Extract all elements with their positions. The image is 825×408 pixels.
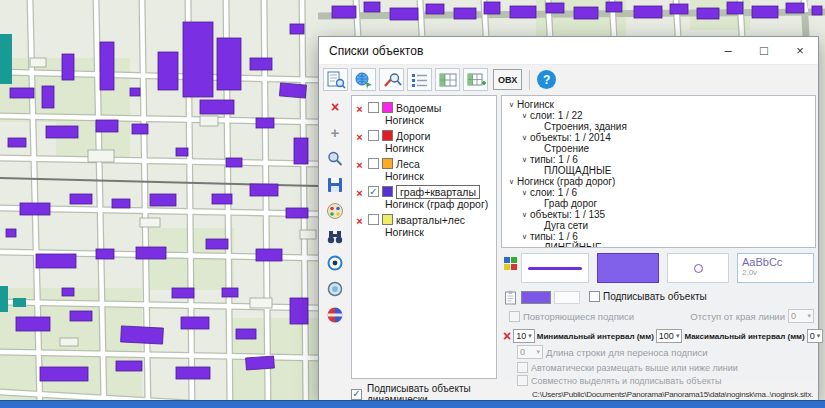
color-swatch[interactable] (382, 186, 393, 197)
maximize-button[interactable]: □ (746, 37, 782, 64)
chevron-down-icon[interactable]: ∨ (519, 210, 530, 219)
line-style-sample[interactable] (521, 253, 589, 283)
search-objects-button[interactable] (325, 227, 345, 246)
list-view-button[interactable] (407, 68, 432, 91)
repeat-labels-label: Повторяющиеся подписи (523, 311, 634, 322)
view-button[interactable] (325, 253, 345, 272)
chevron-down-icon[interactable]: ∨ (506, 100, 517, 109)
chevron-down-icon[interactable]: ∨ (506, 177, 517, 186)
area-style-sample[interactable] (597, 253, 659, 283)
add-list-button[interactable]: + (325, 123, 345, 142)
table-add-button[interactable] (463, 68, 488, 91)
chevron-down-icon[interactable]: ∨ (519, 188, 530, 197)
zoom-button[interactable] (325, 149, 345, 168)
auto-place-checkbox[interactable]: ✓ (517, 362, 528, 373)
list-item[interactable]: × ✓ Водоемы Ногинск (354, 101, 494, 128)
copy-style-button[interactable] (504, 290, 517, 309)
color-swatch[interactable] (382, 214, 393, 225)
tree-node[interactable]: Строение (504, 143, 813, 154)
item-checkbox[interactable]: ✓ (368, 214, 379, 225)
tree-node[interactable]: Строения, здания (504, 121, 813, 132)
tree-node[interactable]: Дуга сети (504, 220, 813, 231)
magnifier-icon (326, 150, 344, 168)
chevron-down-icon[interactable]: ∨ (519, 133, 530, 142)
save-button[interactable] (325, 175, 345, 194)
list-item[interactable]: × ✓ граф+кварталы Ногинск (граф дорог) (354, 185, 494, 212)
chevron-down-icon[interactable]: ∨ (519, 111, 530, 120)
wrap-length-row: 0▾ Длина строки для переноса подписи (517, 345, 708, 359)
clear-interval-button[interactable]: × (503, 327, 511, 345)
binoculars-icon (326, 228, 344, 246)
delete-list-button[interactable]: × (325, 97, 345, 116)
item-checkbox[interactable]: ✓ (368, 186, 379, 197)
repeat-labels-checkbox[interactable]: ✓ (509, 311, 520, 322)
item-checkbox[interactable]: ✓ (368, 102, 379, 113)
tree-node[interactable]: ∨Ногинск (504, 99, 813, 110)
dialog-titlebar[interactable]: Списки объектов – □ × (319, 37, 818, 65)
list-item[interactable]: × ✓ Леса Ногинск (354, 157, 494, 184)
tree-node[interactable]: ∨слои: 1 / 22 (504, 110, 813, 121)
clipboard-icon (504, 290, 517, 305)
open-list-button[interactable] (323, 68, 348, 91)
dynamic-labels-checkbox[interactable]: ✓ (351, 389, 362, 400)
list-item[interactable]: × ✓ Дороги Ногинск (354, 129, 494, 156)
tree-node[interactable]: ∨объекты: 1 / 2014 (504, 132, 813, 143)
style-search-button[interactable] (379, 68, 404, 91)
style-library-button[interactable] (503, 256, 518, 275)
label-objects-checkbox[interactable]: ✓ (589, 291, 600, 302)
remove-item-icon[interactable]: × (354, 183, 365, 201)
map-search-button[interactable] (351, 68, 376, 91)
item-label: Водоемы (396, 102, 441, 114)
item-checkbox[interactable]: ✓ (368, 158, 379, 169)
interval-spinner-2[interactable]: 100▾ (656, 329, 683, 343)
tree-node[interactable]: Граф дорог (504, 198, 813, 209)
plus-icon: + (331, 125, 340, 140)
tree-node[interactable]: ∨Ногинск (граф дорог) (504, 176, 813, 187)
chevron-down-icon[interactable]: ∨ (519, 232, 530, 241)
help-button[interactable]: ? (537, 70, 556, 89)
chevron-down-icon[interactable]: ∨ (519, 155, 530, 164)
wrap-length-spinner[interactable]: 0▾ (517, 345, 543, 359)
color-swatch[interactable] (382, 102, 393, 113)
palette-button[interactable] (325, 201, 345, 220)
tree-node[interactable]: ∨объекты: 1 / 135 (504, 209, 813, 220)
item-checkbox[interactable]: ✓ (368, 130, 379, 141)
interval-spinner-1[interactable]: 10▾ (513, 329, 535, 343)
visibility-button[interactable] (325, 279, 345, 298)
save-icon (326, 176, 344, 194)
table-view-button[interactable] (435, 68, 460, 91)
tree-node[interactable]: ∨слои: 1 / 6 (504, 187, 813, 198)
style-library-icon (503, 256, 518, 271)
tree-node[interactable]: ПЛОЩАДНЫЕ (504, 165, 813, 176)
ovx-button[interactable]: ОВХ (493, 69, 522, 90)
list-item[interactable]: × ✓ кварталы+лес Ногинск (354, 213, 494, 240)
remove-item-icon[interactable]: × (354, 127, 365, 145)
eye-blue-icon (326, 254, 344, 272)
maximize-icon: □ (760, 43, 768, 58)
tree-node[interactable]: ∨типы: 1 / 6 (504, 231, 813, 242)
dialog-title: Списки объектов (329, 44, 423, 58)
palette-icon (326, 202, 344, 220)
label-bg-swatch[interactable] (554, 291, 580, 304)
point-style-sample[interactable] (667, 253, 729, 283)
close-button[interactable]: × (782, 37, 818, 64)
color-swatch[interactable] (382, 158, 393, 169)
3d-view-button[interactable] (325, 305, 345, 324)
text-style-sample[interactable]: AaBbCc 2.0v (737, 253, 814, 283)
remove-item-icon[interactable]: × (354, 99, 365, 117)
tree-node[interactable]: ЛИНЕЙНЫЕ (504, 242, 813, 248)
item-sublabel: Ногинск (граф дорог) (385, 198, 494, 211)
interval-spinner-3[interactable]: 0▾ (807, 329, 824, 343)
remove-item-icon[interactable]: × (354, 155, 365, 173)
item-sublabel: Ногинск (385, 142, 494, 155)
min-interval-label: Минимальный интервал (мм) (537, 332, 654, 341)
color-swatch[interactable] (382, 130, 393, 141)
tree-node[interactable]: ∨типы: 1 / 6 (504, 154, 813, 165)
remove-item-icon[interactable]: × (354, 211, 365, 229)
label-color-swatch[interactable] (521, 291, 551, 304)
item-label: Дороги (396, 130, 430, 142)
delete-icon: × (331, 100, 339, 114)
max-interval-label: Максимальный интервал (мм) (684, 332, 804, 341)
edge-offset-spinner[interactable]: 0▾ (788, 309, 814, 323)
minimize-button[interactable]: – (710, 37, 746, 64)
